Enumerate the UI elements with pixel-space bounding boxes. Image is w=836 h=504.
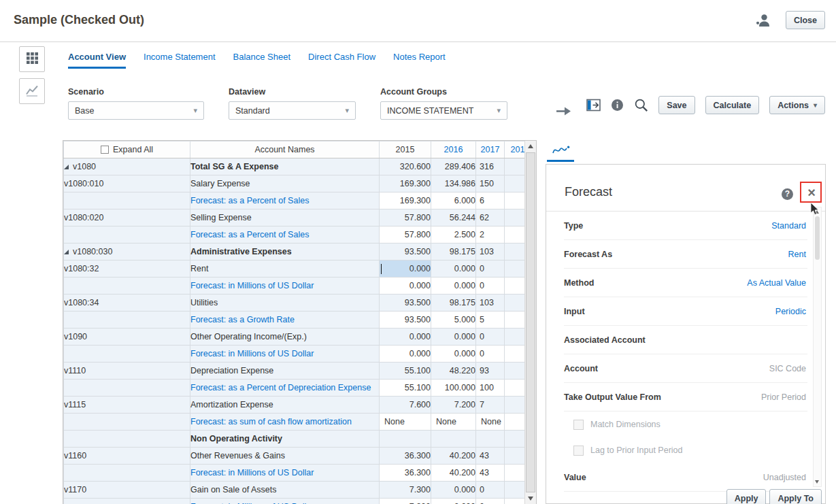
account-name-cell[interactable]: Forecast: as a Growth Rate [190,312,380,329]
account-code-cell[interactable] [64,499,190,504]
value-cell[interactable]: 134.986 [431,175,476,192]
account-code-cell[interactable]: v1080 [64,158,190,175]
value-cell[interactable]: 6.000 [431,192,476,209]
scroll-up-arrow[interactable] [525,141,536,152]
value-cell[interactable]: 98.175 [431,243,476,261]
account-name-cell[interactable]: Administrative Expenses [190,243,380,261]
value-cell[interactable]: 0.000 [431,261,476,278]
value-cell[interactable]: None [476,414,505,431]
value-cell[interactable]: 0.000 [380,261,431,278]
apply-button[interactable]: Apply [726,489,767,504]
value-cell[interactable]: 40.200 [431,465,476,482]
help-icon[interactable]: ? [782,188,793,200]
account-code-cell[interactable]: v1160 [64,448,190,465]
account-code-cell[interactable] [64,192,190,209]
forecast-method-link[interactable]: Forecast: as a Percent of Sales [190,196,309,205]
forecast-method-link[interactable]: Forecast: as sum of cash flow amortizati… [190,417,352,426]
value-cell[interactable]: 0.000 [380,278,431,295]
value-cell[interactable]: 169.300 [380,192,431,209]
value-cell[interactable]: 0.000 [431,482,476,499]
value-cell[interactable]: 103 [476,243,505,261]
scroll-thumb[interactable] [815,216,820,260]
account-code-cell[interactable] [64,278,190,295]
close-button[interactable]: Close [786,11,825,29]
value-cell[interactable]: 93.500 [380,243,431,261]
value-cell[interactable]: 100.000 [431,380,476,397]
value-cell[interactable]: 62 [476,209,505,226]
account-name-cell[interactable]: Other Operating Income/(Exp.) [190,329,380,346]
value-cell[interactable]: 150 [476,175,505,192]
account-code-cell[interactable]: v1090 [64,329,190,346]
scenario-select[interactable]: Base▾ [68,101,204,120]
value-cell[interactable]: 0.000 [431,329,476,346]
grid-view-button[interactable] [19,46,45,72]
value-cell[interactable]: 0 [476,499,505,504]
info-icon[interactable] [611,99,624,112]
forecast-method-link[interactable]: Forecast: in Millions of US Dollar [190,468,314,477]
save-button[interactable]: Save [658,96,695,114]
year-header-2015[interactable]: 2015 [380,141,431,158]
value-cell[interactable]: 0.000 [431,346,476,363]
value-cell[interactable] [431,431,476,448]
value-cell[interactable]: 43 [476,448,505,465]
tab-balance-sheet[interactable]: Balance Sheet [233,52,291,69]
value-cell[interactable]: 55.100 [380,363,431,380]
year-header-2017[interactable]: 2017 [476,141,505,158]
account-name-cell[interactable]: Depreciation Expense [190,363,380,380]
account-code-cell[interactable] [64,465,190,482]
account-code-cell[interactable]: v1080:030 [64,243,190,261]
value-cell[interactable]: 98.175 [431,295,476,312]
value-cell[interactable]: 5.000 [431,312,476,329]
value-cell[interactable]: 7.200 [431,397,476,414]
value-cell[interactable]: 289.406 [431,158,476,175]
account-code-cell[interactable]: v1080:010 [64,175,190,192]
calculate-button[interactable]: Calculate [705,96,760,114]
value-cell[interactable] [476,431,505,448]
scroll-down-arrow[interactable] [525,493,536,504]
value-cell[interactable]: 0 [476,278,505,295]
value-cell[interactable]: 40.200 [431,448,476,465]
account-code-cell[interactable]: v1080:34 [64,295,190,312]
value-cell[interactable]: 36.300 [380,448,431,465]
forecast-method-link[interactable]: Forecast: as a Growth Rate [190,315,295,324]
account-code-cell[interactable] [64,346,190,363]
actions-button[interactable]: Actions▾ [769,96,825,114]
account-name-cell[interactable]: Gain on Sale of Assets [190,482,380,499]
value-cell[interactable]: 43 [476,465,505,482]
account-name-cell[interactable]: Forecast: as a Percent of Sales [190,192,380,209]
value-cell[interactable]: 6 [476,192,505,209]
account-name-cell[interactable]: Forecast: as sum of cash flow amortizati… [190,414,380,431]
account-name-cell[interactable]: Amortization Expense [190,397,380,414]
value-cell[interactable]: 7.600 [380,397,431,414]
value-cell[interactable]: 7 [476,397,505,414]
tab-notes-report[interactable]: Notes Report [393,52,446,69]
value-cell[interactable]: 0 [476,482,505,499]
value-cell[interactable]: None [431,414,476,431]
account-name-cell[interactable]: Forecast: as a Percent of Sales [190,226,380,243]
field-value[interactable]: As Actual Value [747,278,806,288]
collapse-toggle-icon[interactable] [64,250,69,254]
value-cell[interactable]: 93.500 [380,295,431,312]
account-groups-select[interactable]: INCOME STATEMENT▾ [380,101,507,120]
apply-to-button[interactable]: Apply To [769,489,822,504]
forecast-method-link[interactable]: Forecast: as a Percent of Depreciation E… [190,383,371,392]
value-cell[interactable]: 103 [476,295,505,312]
value-cell[interactable]: 93 [476,363,505,380]
user-icon[interactable] [755,14,771,27]
account-name-cell[interactable]: Rent [190,261,380,278]
value-cell[interactable]: 320.600 [380,158,431,175]
forecast-method-link[interactable]: Forecast: in Millions of US Dollar [190,281,314,290]
value-cell[interactable]: 93.500 [380,312,431,329]
account-name-cell[interactable]: Non Operating Activity [190,431,380,448]
value-cell[interactable]: 169.300 [380,175,431,192]
value-cell[interactable]: 0.000 [380,329,431,346]
expand-all-checkbox[interactable] [101,146,109,154]
field-value[interactable]: Rent [788,250,806,259]
account-name-cell[interactable]: Forecast: as a Percent of Depreciation E… [190,380,380,397]
value-cell[interactable]: 7.300 [380,499,431,504]
field-value[interactable]: Periodic [775,307,806,316]
forecast-panel-tab[interactable] [547,142,574,162]
tab-direct-cash-flow[interactable]: Direct Cash Flow [308,52,375,69]
value-cell[interactable]: 100 [476,380,505,397]
account-name-cell[interactable]: Selling Expense [190,209,380,226]
